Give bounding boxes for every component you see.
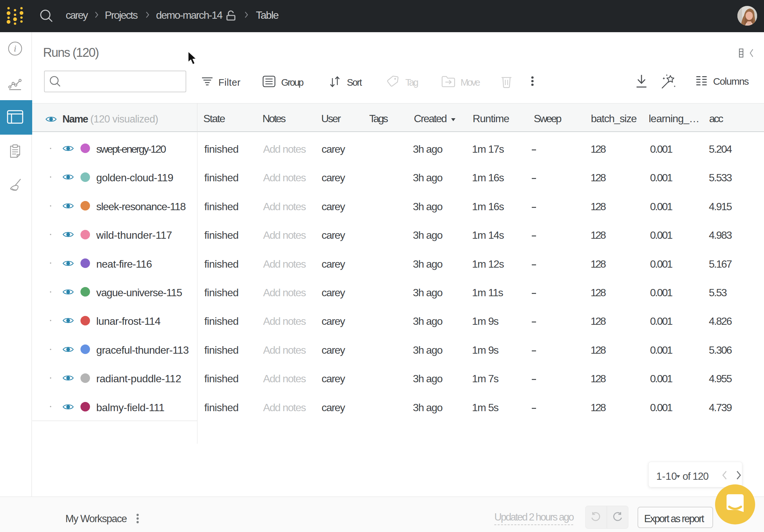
svg-text:i: i <box>14 43 16 54</box>
